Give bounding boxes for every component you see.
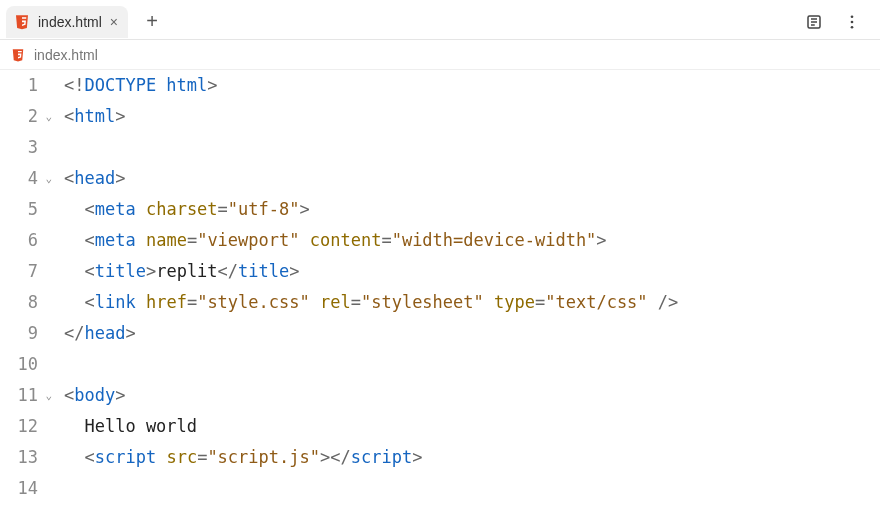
code-line[interactable]: <title>replit</title> [64,256,880,287]
code-line[interactable]: <html> [64,101,880,132]
line-number: 3 [0,132,54,163]
code-line[interactable]: </head> [64,318,880,349]
svg-point-5 [851,20,854,23]
code-line[interactable]: <head> [64,163,880,194]
close-tab-icon[interactable]: × [110,15,118,29]
line-number: 2⌄ [0,101,54,132]
code-line[interactable] [64,473,880,504]
code-line[interactable]: <script src="script.js"></script> [64,442,880,473]
top-right-actions [802,10,874,34]
file-tab-label: index.html [38,14,102,30]
html5-icon [14,14,30,30]
line-number: 14 [0,473,54,504]
code-content[interactable]: <!DOCTYPE html><html><head> <meta charse… [58,70,880,504]
code-line[interactable]: <meta charset="utf-8"> [64,194,880,225]
code-line[interactable]: <!DOCTYPE html> [64,70,880,101]
line-number: 7 [0,256,54,287]
fold-caret-icon[interactable]: ⌄ [42,163,52,194]
line-number: 8 [0,287,54,318]
file-tab-active[interactable]: index.html × [6,6,128,38]
code-line[interactable]: <body> [64,380,880,411]
code-line[interactable]: <link href="style.css" rel="stylesheet" … [64,287,880,318]
more-menu-icon[interactable] [840,10,864,34]
tab-bar: index.html × + [0,0,880,40]
svg-point-4 [851,15,854,18]
fold-caret-icon[interactable]: ⌄ [42,101,52,132]
breadcrumb: index.html [0,40,880,70]
line-number: 5 [0,194,54,225]
breadcrumb-filename: index.html [34,47,98,63]
line-number: 1 [0,70,54,101]
line-number: 13 [0,442,54,473]
code-line[interactable]: <meta name="viewport" content="width=dev… [64,225,880,256]
line-number-gutter: 12⌄34⌄567891011⌄121314 [0,70,58,504]
line-number: 4⌄ [0,163,54,194]
html5-icon [10,47,26,63]
line-number: 6 [0,225,54,256]
code-line[interactable] [64,132,880,163]
line-number: 10 [0,349,54,380]
new-tab-button[interactable]: + [138,8,166,36]
code-line[interactable] [64,349,880,380]
line-number: 11⌄ [0,380,54,411]
line-number: 12 [0,411,54,442]
fold-caret-icon[interactable]: ⌄ [42,380,52,411]
svg-point-6 [851,25,854,28]
code-line[interactable]: Hello world [64,411,880,442]
code-editor[interactable]: 12⌄34⌄567891011⌄121314 <!DOCTYPE html><h… [0,70,880,504]
line-number: 9 [0,318,54,349]
panel-icon[interactable] [802,10,826,34]
